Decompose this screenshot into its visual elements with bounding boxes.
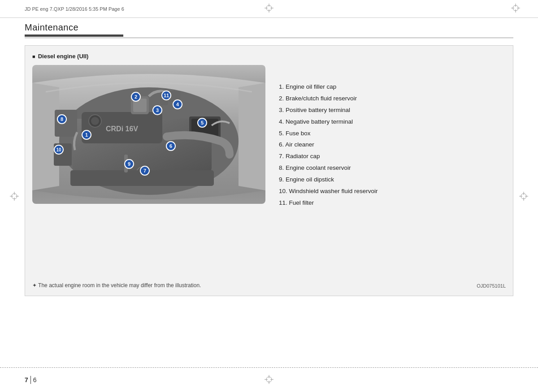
list-item: 5. Fuse box xyxy=(279,129,506,138)
list-item: 10. Windshield washer fluid reservoir xyxy=(279,187,506,196)
diagram-box: Diesel engine (UII) xyxy=(25,45,513,296)
marker-2: 2 xyxy=(131,92,141,102)
part-2-label: Brake/clutch fluid reservoir xyxy=(286,95,357,102)
marker-9: 9 xyxy=(124,159,134,169)
note-text: ✦ The actual engine room in the vehicle … xyxy=(32,282,201,289)
part-7-label: Radiator cap xyxy=(286,153,320,159)
diagram-inner: CRDi 16V xyxy=(32,65,506,211)
diagram-code: OJD075101L xyxy=(477,283,506,289)
part-8-label: Engine coolant reservoir xyxy=(286,164,351,171)
engine-image: CRDi 16V xyxy=(32,65,265,204)
part-5-label: Fuse box xyxy=(286,130,311,137)
footer-page-bold: 7 xyxy=(25,376,28,383)
top-bar: JD PE eng 7.QXP 1/28/2016 5:35 PM Page 6 xyxy=(0,0,538,18)
crosshair-top-right xyxy=(511,4,520,13)
marker-11: 11 xyxy=(161,90,171,100)
diagram-label: Diesel engine (UII) xyxy=(32,53,506,60)
engine-image-container: CRDi 16V xyxy=(32,65,265,204)
list-item: 2. Brake/clutch fluid reservoir xyxy=(279,95,506,103)
part-4-label: Negative battery terminal xyxy=(286,118,353,125)
marker-3: 3 xyxy=(152,105,162,115)
list-item: 7. Radiator cap xyxy=(279,152,506,161)
footer-divider xyxy=(30,376,31,384)
list-item: 6. Air cleaner xyxy=(279,141,506,149)
file-info: JD PE eng 7.QXP 1/28/2016 5:35 PM Page 6 xyxy=(25,6,124,12)
page-content: Maintenance Diesel engine (UII) xyxy=(25,22,513,367)
parts-list: 1. Engine oil filler cap 2. Brake/clutch… xyxy=(274,65,506,211)
part-3-label: Positive battery terminal xyxy=(286,107,350,113)
marker-10: 10 xyxy=(54,145,64,155)
list-item: 3. Positive battery terminal xyxy=(279,106,506,115)
part-1-label: Engine oil filler cap xyxy=(286,83,336,90)
part-11-label: Fuel filter xyxy=(289,199,314,206)
part-9-label: Engine oil dipstick xyxy=(286,176,334,183)
list-item: 8. Engine coolant reservoir xyxy=(279,164,506,172)
crosshair-top-center xyxy=(265,4,273,13)
part-10-label: Windshield washer fluid reservoir xyxy=(289,188,378,194)
marker-7: 7 xyxy=(140,166,150,176)
part-6-label: Air cleaner xyxy=(285,141,314,148)
footer-page-normal: 6 xyxy=(33,376,37,383)
title-line xyxy=(25,38,513,38)
title-bar xyxy=(25,34,123,37)
footer: 7 6 xyxy=(0,367,538,392)
marker-5: 5 xyxy=(197,118,207,128)
bottom-note: ✦ The actual engine room in the vehicle … xyxy=(32,282,506,289)
marker-1: 1 xyxy=(82,130,91,140)
marker-4: 4 xyxy=(173,99,182,109)
list-item: 1. Engine oil filler cap xyxy=(279,83,506,91)
section-title: Maintenance xyxy=(25,22,513,33)
crosshair-right xyxy=(519,192,528,201)
list-item: 4. Negative battery terminal xyxy=(279,118,506,126)
svg-text:CRDi 16V: CRDi 16V xyxy=(106,125,138,133)
svg-point-31 xyxy=(91,117,99,125)
list-item: 11. Fuel filter xyxy=(279,199,506,207)
marker-6: 6 xyxy=(166,141,176,151)
list-item: 9. Engine oil dipstick xyxy=(279,176,506,184)
crosshair-footer-center xyxy=(265,375,273,385)
parts-list-items: 1. Engine oil filler cap 2. Brake/clutch… xyxy=(279,83,506,207)
footer-page: 7 6 xyxy=(25,376,37,384)
marker-8: 8 xyxy=(57,114,67,124)
crosshair-left xyxy=(10,192,19,201)
svg-rect-26 xyxy=(55,110,77,137)
